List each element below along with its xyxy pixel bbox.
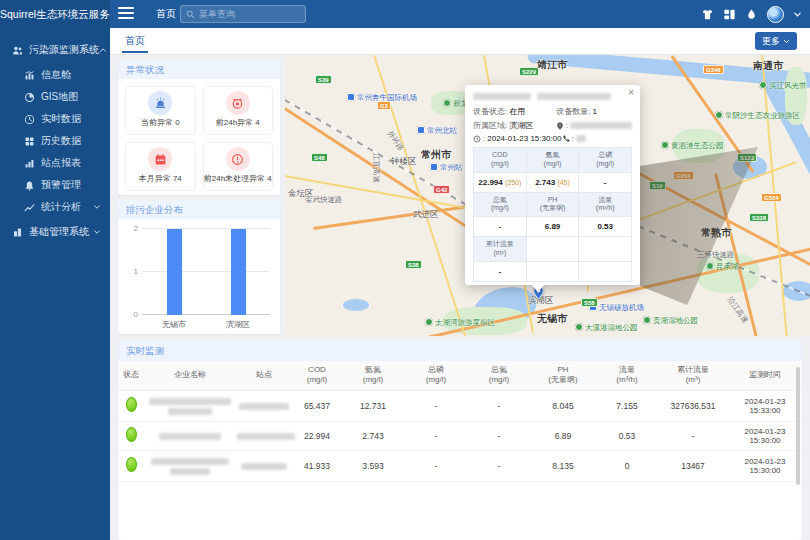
sidebar-menu: 污染源监测系统信息舱GIS地图实时数据历史数据站点报表预警管理统计分析基础管理系… — [0, 28, 110, 540]
abnormal-card-2[interactable]: 本月异常 74 — [125, 142, 196, 191]
sidebar-item-7[interactable]: 统计分析 — [0, 196, 110, 218]
chart-x-axis-line — [142, 314, 270, 315]
popup-empty-cell — [579, 237, 631, 261]
search-input[interactable] — [199, 9, 300, 19]
transport-marker-icon — [430, 163, 438, 171]
sidebar-item-1[interactable]: 信息舱 — [0, 64, 110, 86]
table-scrollbar[interactable] — [796, 367, 800, 485]
map-label-city: 靖江市 — [537, 58, 567, 72]
chevron-down-icon — [93, 203, 101, 211]
table-row-0[interactable]: 65.43712.731--8.0457.155327636.5312024-0… — [118, 390, 802, 421]
road-shield: G524 — [761, 193, 782, 202]
measure-value: 6.89 — [530, 421, 596, 450]
sidebar-item-5[interactable]: 站点报表 — [0, 152, 110, 174]
chart-xtick: 滨湖区 — [226, 319, 250, 330]
tab-home[interactable]: 首页 — [122, 28, 148, 53]
sidebar-item-3[interactable]: 实时数据 — [0, 108, 110, 130]
sidebar-item-label: 统计分析 — [41, 200, 81, 214]
column-header: 流量(m³/h) — [596, 361, 658, 390]
sidebar-item-4[interactable]: 历史数据 — [0, 130, 110, 152]
chevron-down-icon[interactable] — [793, 10, 802, 19]
road-shield: S48 — [311, 153, 328, 162]
close-icon[interactable]: × — [628, 88, 634, 98]
chart-panel-title: 排污企业分布 — [118, 200, 280, 219]
redacted-text — [170, 468, 210, 475]
park-marker-icon — [643, 316, 651, 324]
sidebar-item-label: 站点报表 — [41, 156, 81, 170]
map-canvas[interactable]: × 设备状态:在用 设备数量:1 所属区域:滨湖区 : :2024-01-23 … — [285, 55, 810, 336]
map-label-poi-green: 常阴沙生态农业旅游区 — [715, 111, 800, 121]
popup-measure-header: COD(mg/l) — [474, 148, 526, 172]
measure-value: 8.135 — [530, 450, 596, 481]
column-header: 监测时间 — [728, 361, 802, 390]
map-label: 武进区 — [413, 209, 439, 219]
chevron-down-icon — [783, 38, 790, 45]
abnormal-card-1[interactable]: 前24h异常 4 — [203, 86, 274, 135]
realtime-data-icon — [24, 114, 35, 125]
map-label: 常阴沙生态农业旅游区 — [725, 111, 800, 120]
measure-value: 2024-01-23 15:30:00 — [728, 421, 802, 450]
popup-measure-value: - — [474, 262, 526, 281]
sidebar-item-2[interactable]: GIS地图 — [0, 86, 110, 108]
map-label: 黄泗浦生态公园 — [671, 141, 724, 150]
sidebar-item-label: 信息舱 — [41, 68, 71, 82]
measure-value: - — [468, 390, 530, 421]
more-button[interactable]: 更多 — [755, 32, 797, 50]
redacted-text — [241, 463, 287, 470]
abnormal-card-0[interactable]: 当前异常 0 — [125, 86, 196, 135]
redacted-text — [237, 433, 295, 440]
chevron-up-icon — [99, 46, 107, 54]
chevron-down-icon — [93, 228, 101, 236]
measure-value: - — [404, 421, 468, 450]
abnormal-card-label: 前24h未处理异常 4 — [204, 173, 273, 184]
region-value: 滨湖区 — [509, 120, 533, 131]
statistics-icon — [24, 202, 35, 213]
column-header: 总磷(mg/l) — [404, 361, 468, 390]
map-label-poi-green: 太湖湾旅游度假区 — [425, 318, 495, 328]
map-label: 无锡市 — [537, 313, 567, 324]
theme-shirt-icon[interactable] — [701, 8, 714, 21]
sidebar-item-8[interactable]: 基础管理系统 — [0, 218, 110, 246]
chart-ytick: 2 — [134, 224, 138, 233]
popup-measure-header: 总氮(mg/l) — [474, 193, 526, 217]
phone-icon — [562, 135, 570, 143]
chart-bar-无锡市 — [167, 229, 182, 315]
avatar[interactable] — [767, 6, 784, 23]
popup-empty-cell — [527, 237, 579, 261]
popup-pointer — [531, 284, 545, 292]
map-label: 常州站 — [440, 163, 463, 172]
layout-icon[interactable] — [723, 8, 736, 21]
map-label-poi-blue: 常州站 — [430, 163, 463, 173]
sidebar-item-0[interactable]: 污染源监测系统 — [0, 36, 110, 64]
info-dashboard-icon — [24, 70, 35, 81]
base-system-icon — [12, 227, 23, 238]
sidebar-item-label: 污染源监测系统 — [29, 43, 99, 57]
measure-value: - — [468, 450, 530, 481]
menu-toggle-icon[interactable] — [118, 7, 134, 21]
flame-icon[interactable] — [745, 8, 758, 21]
map-label-poi-green: 昆承湖 — [706, 262, 739, 272]
chart-bar-滨湖区 — [231, 229, 246, 315]
measure-value: 41.933 — [292, 450, 342, 481]
menu-search[interactable] — [180, 5, 306, 23]
popup-measure-header: PH(无量纲) — [527, 193, 579, 217]
popup-empty-cell — [527, 262, 579, 281]
table-row-1[interactable]: 22.9942.743--6.890.53-2024-01-23 15:30:0… — [118, 421, 802, 450]
map-label: 靖江市 — [537, 59, 567, 70]
road-shield: S229 — [519, 67, 539, 76]
warning-icon — [231, 153, 244, 166]
map-label: 金武快速路 — [305, 195, 343, 204]
table-row-2[interactable]: 41.9333.593--8.1350134672024-01-23 15:30… — [118, 450, 802, 481]
gis-map-icon — [24, 92, 35, 103]
map-label: 常州北站 — [427, 126, 457, 135]
sidebar-item-6[interactable]: 预警管理 — [0, 174, 110, 196]
popup-measure-value: 2.743 (45) — [527, 173, 579, 192]
measure-value: 2024-01-23 15:30:00 — [728, 450, 802, 481]
abnormal-card-3[interactable]: 前24h未处理异常 4 — [203, 142, 274, 191]
company-name-redacted — [144, 450, 236, 481]
history-data-icon — [24, 136, 35, 147]
topbar-home-link[interactable]: 首页 — [142, 0, 176, 28]
park-marker-icon — [706, 262, 714, 270]
sidebar-item-label: 历史数据 — [41, 134, 81, 148]
map-label: 南通市 — [753, 60, 783, 71]
